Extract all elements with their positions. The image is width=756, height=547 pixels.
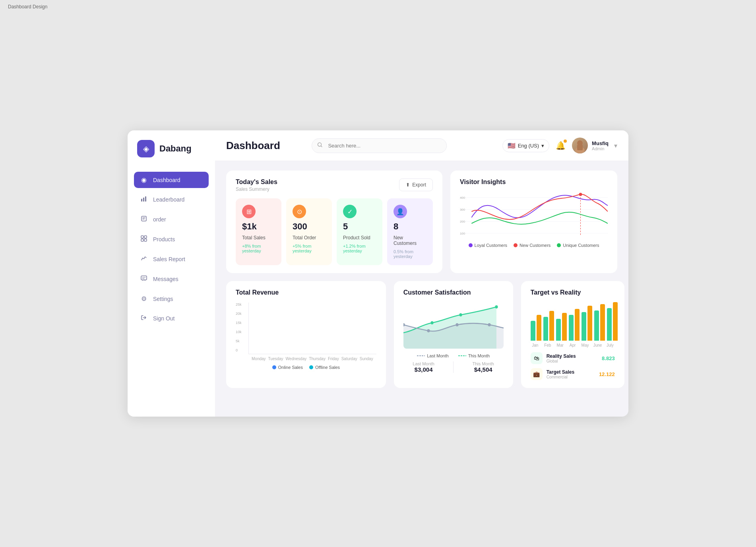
month-july: July bbox=[605, 343, 614, 347]
offline-dot bbox=[309, 365, 313, 369]
notifications-button[interactable]: 🔔 bbox=[556, 141, 566, 150]
logo-icon: ◈ bbox=[137, 140, 155, 157]
this-month-amount: $4,504 bbox=[473, 366, 494, 373]
legend-this-month: This Month bbox=[458, 353, 490, 358]
target-feb bbox=[543, 311, 554, 341]
sidebar-item-products[interactable]: Products bbox=[134, 231, 209, 248]
day-label-sunday: Sunday bbox=[360, 357, 373, 361]
satisfaction-title: Customer Satisfaction bbox=[403, 289, 504, 296]
svg-rect-2 bbox=[145, 196, 146, 202]
sales-card-subtitle: Sales Summery bbox=[236, 186, 277, 192]
new-label: New Customers bbox=[520, 243, 551, 248]
sidebar-item-label: Messages bbox=[153, 276, 178, 282]
visitor-legend: Loyal Customers New Customers Unique Cus… bbox=[460, 243, 608, 248]
sales-report-icon bbox=[140, 255, 147, 263]
june-reality-bar bbox=[594, 310, 599, 341]
total-sales-change: +8% from yesterday bbox=[242, 244, 275, 253]
svg-text:400: 400 bbox=[460, 196, 465, 200]
user-menu-chevron: ▾ bbox=[614, 142, 617, 149]
sidebar: ◈ Dabang ◉ Dashboard Leaderboard order P… bbox=[128, 130, 215, 417]
legend-last-month: Last Month bbox=[417, 353, 448, 358]
total-order-value: 300 bbox=[293, 221, 326, 232]
export-icon: ⬆ bbox=[406, 182, 410, 188]
last-month-value-item: Last Month $3,004 bbox=[413, 361, 434, 373]
search-input[interactable] bbox=[312, 138, 447, 153]
target-sales-name: Target Sales bbox=[547, 369, 595, 375]
y-axis-labels: 25k 20k 15k 10k 5k 0 bbox=[236, 303, 247, 352]
target-bars-container bbox=[531, 301, 615, 341]
product-sold-value: 5 bbox=[343, 221, 376, 232]
sidebar-item-label: Leaderboard bbox=[153, 196, 184, 203]
sidebar-item-settings[interactable]: ⚙ Settings bbox=[134, 291, 209, 307]
month-june: June bbox=[593, 343, 602, 347]
target-vs-reality-card: Target vs Reality bbox=[521, 281, 624, 388]
visitor-insights-title: Visitor Insights bbox=[460, 178, 608, 186]
leaderboard-icon bbox=[140, 196, 147, 204]
online-label: Online Sales bbox=[278, 365, 303, 370]
sidebar-item-dashboard[interactable]: ◉ Dashboard bbox=[134, 172, 209, 188]
sidebar-item-sales-report[interactable]: Sales Report bbox=[134, 251, 209, 268]
product-sold-change: +1.2% from yesterday bbox=[343, 244, 376, 253]
svg-rect-7 bbox=[144, 239, 147, 241]
month-jan: Jan bbox=[531, 343, 540, 347]
target-sales-icon: 💼 bbox=[531, 368, 543, 380]
svg-text:300: 300 bbox=[460, 208, 465, 211]
settings-icon: ⚙ bbox=[140, 295, 147, 303]
export-label: Export bbox=[412, 182, 426, 188]
legend-online-sales: Online Sales bbox=[272, 365, 303, 370]
y-label-5k: 5k bbox=[236, 339, 247, 343]
mar-target-bar bbox=[562, 313, 567, 341]
todays-sales-card: Today's Sales Sales Summery ⬆ Export ⊞ $… bbox=[226, 171, 442, 273]
svg-text:Des: Des bbox=[581, 237, 586, 237]
metric-product-sold: ✓ 5 Product Sold +1.2% from yesterday bbox=[337, 198, 382, 265]
loyal-label: Loyal Customers bbox=[475, 243, 508, 248]
revenue-bars-area: Monday Tuesday Wednesday Thursday Friday… bbox=[248, 303, 376, 361]
svg-rect-4 bbox=[141, 236, 143, 238]
feb-target-bar bbox=[549, 311, 554, 341]
svg-rect-5 bbox=[144, 236, 147, 238]
y-label-20k: 20k bbox=[236, 312, 247, 316]
reality-sales-text: Reality Sales Global bbox=[547, 353, 598, 363]
divider bbox=[453, 361, 454, 373]
svg-rect-13 bbox=[577, 145, 583, 150]
top-row: Today's Sales Sales Summery ⬆ Export ⊞ $… bbox=[226, 171, 617, 273]
satisfaction-chart bbox=[403, 301, 504, 349]
user-menu[interactable]: Musfiq Admin ▾ bbox=[572, 138, 617, 153]
metric-total-sales: ⊞ $1k Total Sales +8% from yesterday bbox=[236, 198, 281, 265]
page-title: Dashboard bbox=[226, 140, 280, 152]
target-sales-text: Target Sales Commercial bbox=[547, 369, 595, 379]
product-sold-label: Product Sold bbox=[343, 235, 376, 241]
last-month-legend-label: Last Month bbox=[427, 353, 448, 358]
online-dot bbox=[272, 365, 276, 369]
svg-text:Mar: Mar bbox=[488, 237, 493, 237]
sidebar-item-messages[interactable]: Messages bbox=[134, 271, 209, 287]
sales-card-titles: Today's Sales Sales Summery bbox=[236, 178, 277, 192]
messages-icon bbox=[140, 275, 147, 283]
customer-satisfaction-card: Customer Satisfaction bbox=[394, 281, 513, 388]
svg-point-37 bbox=[427, 329, 430, 332]
this-month-legend-label: This Month bbox=[468, 353, 490, 358]
export-button[interactable]: ⬆ Export bbox=[399, 178, 433, 191]
sidebar-item-order[interactable]: order bbox=[134, 211, 209, 228]
sidebar-item-label: Sign Out bbox=[153, 315, 174, 322]
total-order-label: Total Order bbox=[293, 235, 326, 241]
target-jan bbox=[531, 315, 541, 341]
offline-label: Offline Sales bbox=[315, 365, 340, 370]
apr-target-bar bbox=[575, 309, 580, 341]
new-customers-icon: 👤 bbox=[394, 205, 407, 218]
search-bar bbox=[312, 138, 447, 153]
new-customers-value: 8 bbox=[394, 221, 426, 232]
bar-day-labels: Monday Tuesday Wednesday Thursday Friday… bbox=[248, 357, 376, 361]
svg-text:Sept: Sept bbox=[549, 237, 554, 237]
svg-rect-1 bbox=[143, 198, 144, 202]
revenue-bar-chart bbox=[248, 303, 376, 354]
target-june bbox=[594, 304, 605, 341]
svg-rect-6 bbox=[141, 239, 143, 241]
sidebar-item-sign-out[interactable]: Sign Out bbox=[134, 310, 209, 327]
svg-point-39 bbox=[488, 323, 490, 326]
sidebar-item-leaderboard[interactable]: Leaderboard bbox=[134, 191, 209, 208]
language-selector[interactable]: 🇺🇸 Eng (US) ▾ bbox=[502, 139, 549, 152]
target-sales-value: 12.122 bbox=[599, 371, 615, 377]
logo: ◈ Dabang bbox=[134, 140, 209, 157]
svg-point-41 bbox=[459, 313, 462, 316]
